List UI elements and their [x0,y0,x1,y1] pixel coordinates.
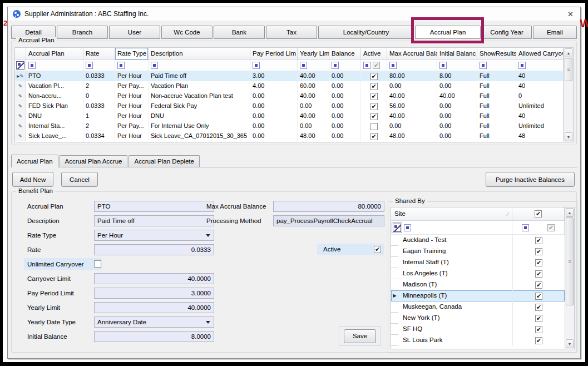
select-all-checkbox[interactable] [535,210,542,217]
col-active[interactable]: Active [361,48,387,60]
col-yearly-limi[interactable]: Yearly Limi [298,48,329,60]
col-accrual-plan[interactable]: Accrual Plan [26,48,83,60]
active-checkbox[interactable] [370,113,378,120]
description-field[interactable] [94,215,214,226]
list-item[interactable]: New York (T) [391,313,565,324]
active-filter-checkbox[interactable] [373,62,380,69]
tab-locality-country[interactable]: Locality/Country [318,26,414,39]
table-row[interactable]: ✎ FED Sick Plan 0.0333 Per Hour Federal … [15,101,564,111]
clear-filter-icon[interactable] [16,61,24,70]
list-item[interactable]: Madison (T) [391,279,565,290]
accrual-plan-field[interactable] [94,201,214,212]
filter-icon[interactable] [522,224,529,231]
site-column-header[interactable]: Site ∕ [391,207,512,221]
initial-balance-field[interactable] [94,331,214,342]
site-checkbox[interactable] [535,248,542,255]
save-button[interactable]: Save [344,329,376,343]
filter-icon[interactable] [404,224,411,231]
filter-checkbox[interactable] [547,224,555,231]
col-rate[interactable]: Rate [83,48,115,60]
filter-icon[interactable] [363,62,370,69]
filter-icon[interactable] [86,62,93,69]
site-checkbox[interactable] [535,304,542,311]
site-checkbox[interactable] [535,315,542,322]
clear-filter-icon[interactable] [393,224,401,232]
filter-icon[interactable] [439,62,447,69]
scrollbar-thumb[interactable]: ≡ [565,58,572,81]
col-initial-balanc[interactable]: Initial Balanc [437,48,477,60]
scroll-up-icon[interactable]: ▲ [566,208,574,217]
add-new-button[interactable]: Add New [12,172,53,187]
grid-scrollbar[interactable]: ▲ ≡ ▼ [564,48,573,142]
list-item[interactable]: SF HQ [391,324,565,335]
pay-period-limit-field[interactable] [94,288,214,299]
filter-icon[interactable] [480,62,487,69]
close-icon[interactable]: ✕ [566,10,575,18]
site-checkbox[interactable] [535,270,542,278]
filter-icon[interactable] [389,62,397,69]
check-column-header[interactable] [512,207,565,221]
unlimited-carryover-checkbox[interactable] [94,260,101,268]
tab-accrual-plan[interactable]: Accrual Plan [415,26,481,39]
filter-icon[interactable] [253,62,260,69]
max-accrual-balance-field[interactable] [273,201,384,212]
subtab-accrual-plan-accrue[interactable]: Accrual Plan Accrue [60,155,128,167]
active-checkbox[interactable] [370,103,378,110]
col-allowed-carryov[interactable]: Allowed Carryov [516,48,564,60]
subtab-accrual-plan-deplete[interactable]: Accrual Plan Deplete [129,155,199,167]
list-item[interactable]: Auckland - Test [391,235,565,246]
table-row[interactable]: ✎ Internal Sta... 2 Per Pay... For Inter… [15,121,564,131]
col-showresults[interactable]: ShowResults [477,48,516,60]
active-checkbox[interactable] [370,123,378,130]
tab-tax[interactable]: Tax [266,26,317,39]
col-pay-period-lim[interactable]: Pay Period Lim [250,48,298,60]
list-item[interactable]: St. Louis Park [391,335,565,346]
list-item[interactable]: Los Angeles (T) [391,268,565,279]
col-max-accrual-bala[interactable]: Max Accrual Bala [387,48,437,60]
site-checkbox[interactable] [535,326,542,333]
filter-icon[interactable] [117,62,125,69]
scroll-down-icon[interactable]: ▼ [565,132,572,141]
rate-field[interactable] [94,244,214,255]
cancel-button[interactable]: Cancel [61,172,98,187]
filter-icon[interactable] [300,62,307,69]
table-row[interactable]: ✎ Non-accru... 0 Per Hour Non-accrue Vac… [15,91,564,101]
shared-by-scrollbar[interactable]: ▲ ≡ ▼ [565,207,574,349]
scrollbar-thumb[interactable]: ≡ [566,217,574,305]
filter-icon[interactable] [332,62,339,69]
list-item[interactable]: Muskeegan, Canada [391,301,565,313]
scroll-down-icon[interactable]: ▼ [566,339,574,348]
yearly-limit-field[interactable] [94,302,214,313]
col-balance[interactable]: Balance [329,48,361,60]
yearly-date-type-dropdown[interactable]: Anniversary Date [94,316,214,328]
carryover-limit-field[interactable] [94,273,214,284]
active-checkbox[interactable] [370,133,378,140]
list-item[interactable]: Internal Staff (T) [391,257,565,268]
col-description[interactable]: Description [149,48,250,60]
tab-user[interactable]: User [109,26,160,39]
list-item[interactable]: Eagan Training [391,246,565,257]
active-checkbox[interactable] [370,83,378,90]
site-checkbox[interactable] [535,293,542,300]
active-checkbox[interactable] [374,246,381,253]
site-checkbox[interactable] [535,259,542,266]
rate-type-dropdown[interactable]: Per Hour [94,230,214,241]
table-row[interactable]: ✎ Sick Leave_... 0.0334 Per Hour Sick Le… [15,131,564,141]
col-rate-type[interactable]: Rate Type [115,48,149,60]
table-row[interactable]: ▸✎ PTO 0.0333 Per Hour Paid Time off 3.0… [15,71,564,81]
site-checkbox[interactable] [535,281,542,289]
processing-method-field[interactable] [273,215,384,226]
table-row[interactable]: ✎ Vacation Pl... 2 Per Pay... Vacation P… [15,81,564,91]
tab-email[interactable]: Email [533,26,577,39]
tab-config-year[interactable]: Config Year [482,26,532,39]
purge-inactive-balances-button[interactable]: Purge Inactive Balances [486,172,575,187]
active-checkbox[interactable] [370,73,378,80]
filter-icon[interactable] [151,62,158,69]
tab-wc-code[interactable]: Wc Code [161,26,213,39]
site-checkbox[interactable] [535,337,542,344]
subtab-accrual-plan[interactable]: Accrual Plan [11,155,58,167]
tab-branch[interactable]: Branch [57,26,108,39]
active-checkbox[interactable] [370,93,378,100]
scroll-up-icon[interactable]: ▲ [565,48,572,57]
list-item-selected[interactable]: ▶ Minneapolis (T) [391,290,565,301]
